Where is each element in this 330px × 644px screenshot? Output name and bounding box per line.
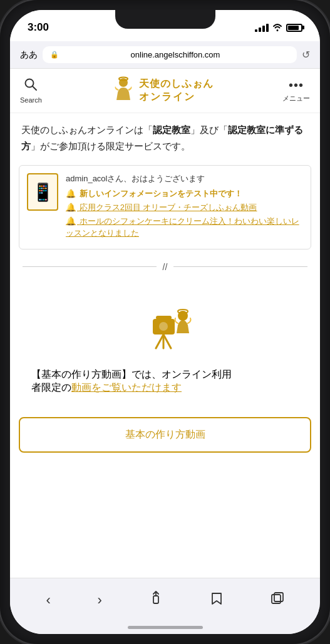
bell-icon1: 🔔 xyxy=(66,189,76,198)
camera-description: 【基本の作り方動画】では、オンライン利用 者限定の動画をご覧いただけます xyxy=(23,368,307,395)
status-time: 3:00 xyxy=(28,21,49,34)
browser-text-size[interactable]: ああ xyxy=(20,49,38,61)
phone-icon: 📱 xyxy=(32,182,54,203)
search-label: Search xyxy=(20,96,42,104)
svg-rect-12 xyxy=(153,596,158,603)
angel-logo-icon xyxy=(110,75,137,106)
section-divider: // xyxy=(23,262,307,272)
back-icon: ‹ xyxy=(46,592,50,608)
bookmarks-icon xyxy=(210,591,224,609)
svg-point-6 xyxy=(159,322,168,331)
notification-item1: 🔔 新しいインフォメーションをテスト中です！ xyxy=(66,188,303,199)
camera-section: 【基本の作り方動画】では、オンライン利用 者限定の動画をご覧いただけます xyxy=(10,284,320,407)
menu-dots-icon: ••• xyxy=(289,78,304,93)
notification-image: 📱 xyxy=(27,173,58,211)
phone-screen: 3:00 xyxy=(10,10,320,634)
share-icon xyxy=(149,591,163,610)
logo-line2: オンライン xyxy=(139,91,195,104)
page-content: Search xyxy=(10,69,320,574)
signal-icon xyxy=(255,23,269,32)
camera-text-inline: 者限定の動画をご覧いただけます xyxy=(31,382,182,393)
notification-content: admin_acolさん、おはようございます 🔔 新しいインフォメーションをテス… xyxy=(66,173,303,241)
tabs-icon xyxy=(271,591,284,609)
menu-label: メニュー xyxy=(282,94,310,103)
browser-bar[interactable]: ああ 🔒 online.angelschiffon.com ↺ xyxy=(10,41,320,69)
refresh-icon[interactable]: ↺ xyxy=(302,49,310,61)
home-indicator xyxy=(128,626,203,629)
nav-bar: Search xyxy=(10,69,320,113)
search-button[interactable]: Search xyxy=(20,78,42,104)
svg-line-1 xyxy=(33,86,36,90)
intro-text: 天使のしふぉんオンラインは「認定教室」及び「認定教室に準ずる方」がご参加頂ける限… xyxy=(10,113,320,160)
tabs-button[interactable] xyxy=(271,591,284,609)
bookmarks-button[interactable] xyxy=(210,591,224,609)
main-button[interactable]: 基本の作り方動画 xyxy=(19,417,311,453)
camera-link[interactable]: 動画をご覧いただけます xyxy=(71,382,182,393)
svg-rect-14 xyxy=(272,595,281,603)
forward-button[interactable]: › xyxy=(98,592,102,608)
lock-icon: 🔒 xyxy=(50,51,59,59)
phone-frame: 3:00 xyxy=(0,0,330,644)
search-icon xyxy=(24,78,38,95)
status-icons xyxy=(255,23,302,33)
logo-line1: 天使のしふぉん xyxy=(139,78,214,91)
forward-icon: › xyxy=(98,592,102,608)
divider-line-left xyxy=(23,266,157,267)
camera-icon-container xyxy=(134,303,197,356)
notification-box: 📱 admin_acolさん、おはようございます 🔔 新しいインフォメーションを… xyxy=(19,165,311,249)
menu-button[interactable]: ••• メニュー xyxy=(282,78,310,103)
share-button[interactable] xyxy=(149,591,163,610)
notification-greeting: admin_acolさん、おはようございます xyxy=(66,173,303,184)
browser-url: online.angelschiffon.com xyxy=(61,50,289,59)
camera-text-line1: 【基本の作り方動画】では、オンライン利用 xyxy=(31,369,232,380)
divider-line-right xyxy=(173,266,307,267)
bell-icon3: 🔔 xyxy=(66,216,76,226)
svg-rect-15 xyxy=(274,593,283,601)
site-logo: 天使のしふぉん オンライン xyxy=(42,75,282,106)
divider-text: // xyxy=(163,262,168,272)
svg-line-7 xyxy=(156,335,163,348)
logo-text: 天使のしふぉん オンライン xyxy=(139,78,214,104)
wifi-icon xyxy=(272,23,282,33)
bell-icon2: 🔔 xyxy=(66,203,76,212)
notification-link1[interactable]: 🔔 応用クラス2回目 オリーブ・チーズしふぉん動画 xyxy=(66,202,303,213)
camera-angel-icon xyxy=(134,303,197,353)
battery-icon xyxy=(286,24,302,32)
svg-line-9 xyxy=(163,335,171,348)
url-bar[interactable]: 🔒 online.angelschiffon.com xyxy=(43,46,297,63)
back-button[interactable]: ‹ xyxy=(46,592,50,608)
notification-link2[interactable]: 🔔 ホールのシフォンケーキにクリーム注入！わいわい楽しいレッスンとなりました xyxy=(66,216,303,238)
main-button-text: 基本の作り方動画 xyxy=(125,429,205,440)
intro-content: 天使のしふぉんオンラインは「認定教室」及び「認定教室に準ずる方」がご参加頂ける限… xyxy=(21,124,303,151)
svg-rect-5 xyxy=(156,316,172,319)
phone-notch xyxy=(115,10,215,29)
